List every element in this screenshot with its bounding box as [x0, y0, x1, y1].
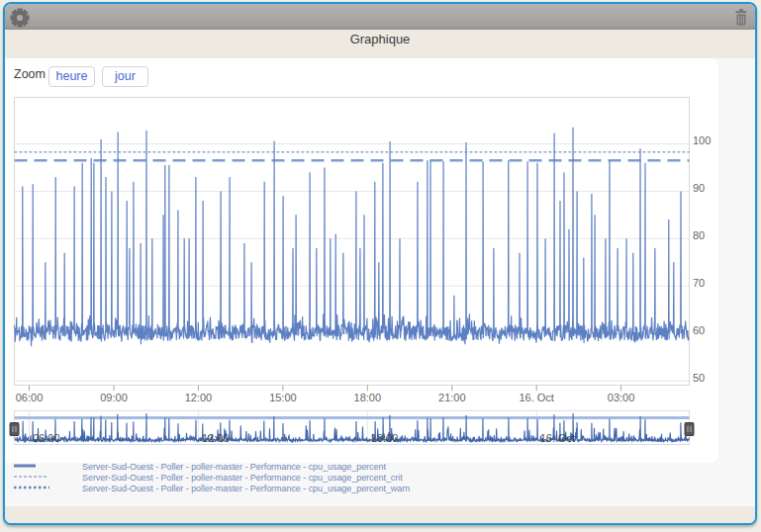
svg-text:16. Oct: 16. Oct	[519, 392, 553, 403]
svg-text:100: 100	[693, 134, 711, 146]
svg-text:80: 80	[693, 229, 705, 241]
svg-text:50: 50	[693, 372, 705, 384]
svg-text:70: 70	[693, 277, 705, 289]
svg-text:18:00: 18:00	[371, 432, 399, 444]
svg-text:06:00: 06:00	[16, 392, 44, 403]
svg-text:12:00: 12:00	[185, 392, 213, 403]
svg-text:60: 60	[693, 324, 705, 336]
svg-text:15:00: 15:00	[269, 392, 297, 403]
svg-text:18:00: 18:00	[354, 392, 382, 403]
svg-text:Server-Sud-Ouest - Poller - po: Server-Sud-Ouest - Poller - poller-maste…	[82, 484, 410, 493]
svg-text:12:00: 12:00	[202, 432, 230, 444]
svg-text:06:00: 06:00	[33, 432, 60, 444]
svg-text:09:00: 09:00	[100, 392, 128, 403]
svg-text:90: 90	[693, 182, 705, 194]
svg-text:21:00: 21:00	[438, 392, 466, 403]
svg-text:16. Oct: 16. Oct	[540, 432, 575, 444]
svg-text:03:00: 03:00	[608, 392, 635, 403]
svg-text:Server-Sud-Ouest - Poller - po: Server-Sud-Ouest - Poller - poller-maste…	[82, 462, 386, 472]
svg-text:Server-Sud-Ouest - Poller - po: Server-Sud-Ouest - Poller - poller-maste…	[82, 473, 403, 483]
